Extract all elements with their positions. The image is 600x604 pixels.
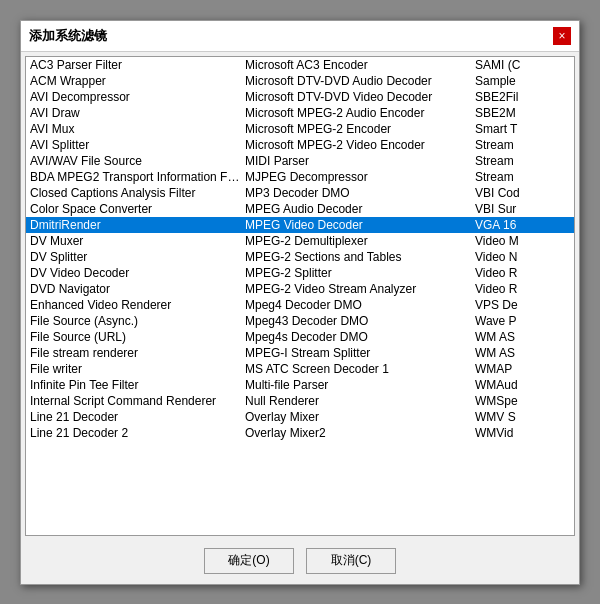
list-item[interactable]: DV Video DecoderMPEG-2 SplitterVideo R — [26, 265, 574, 281]
col1-label: Color Space Converter — [30, 202, 245, 216]
col2-label: MPEG Audio Decoder — [245, 202, 475, 216]
col2-label: MJPEG Decompressor — [245, 170, 475, 184]
col2-label: Overlay Mixer — [245, 410, 475, 424]
cancel-button[interactable]: 取消(C) — [306, 548, 396, 574]
dialog-body: AC3 Parser FilterMicrosoft AC3 EncoderSA… — [21, 52, 579, 540]
col2-label: MPEG-2 Demultiplexer — [245, 234, 475, 248]
col3-label: SBE2M — [475, 106, 570, 120]
col2-label: Microsoft MPEG-2 Encoder — [245, 122, 475, 136]
col3-label: Sample — [475, 74, 570, 88]
list-item[interactable]: File writerMS ATC Screen Decoder 1WMAP — [26, 361, 574, 377]
col1-label: AVI/WAV File Source — [30, 154, 245, 168]
col1-label: AVI Draw — [30, 106, 245, 120]
col1-label: Enhanced Video Renderer — [30, 298, 245, 312]
col3-label: Video N — [475, 250, 570, 264]
list-item[interactable]: Closed Captions Analysis FilterMP3 Decod… — [26, 185, 574, 201]
col1-label: DmitriRender — [30, 218, 245, 232]
col2-label: Multi-file Parser — [245, 378, 475, 392]
col3-label: VBI Sur — [475, 202, 570, 216]
col1-label: Line 21 Decoder 2 — [30, 426, 245, 440]
ok-button[interactable]: 确定(O) — [204, 548, 294, 574]
close-button[interactable]: × — [553, 27, 571, 45]
col3-label: WMAP — [475, 362, 570, 376]
list-item[interactable]: Color Space ConverterMPEG Audio DecoderV… — [26, 201, 574, 217]
col1-label: Infinite Pin Tee Filter — [30, 378, 245, 392]
col1-label: ACM Wrapper — [30, 74, 245, 88]
col2-label: Microsoft AC3 Encoder — [245, 58, 475, 72]
col3-label: VGA 16 — [475, 218, 570, 232]
list-item[interactable]: DmitriRenderMPEG Video DecoderVGA 16 — [26, 217, 574, 233]
dialog-title: 添加系统滤镜 — [29, 27, 107, 45]
list-item[interactable]: DV SplitterMPEG-2 Sections and TablesVid… — [26, 249, 574, 265]
col2-label: MPEG-2 Sections and Tables — [245, 250, 475, 264]
col1-label: DV Splitter — [30, 250, 245, 264]
list-item[interactable]: AC3 Parser FilterMicrosoft AC3 EncoderSA… — [26, 57, 574, 73]
col1-label: DV Muxer — [30, 234, 245, 248]
col1-label: BDA MPEG2 Transport Information Filter — [30, 170, 245, 184]
col1-label: Line 21 Decoder — [30, 410, 245, 424]
list-item[interactable]: AVI SplitterMicrosoft MPEG-2 Video Encod… — [26, 137, 574, 153]
list-item[interactable]: Line 21 DecoderOverlay MixerWMV S — [26, 409, 574, 425]
col1-label: AVI Mux — [30, 122, 245, 136]
col3-label: SBE2Fil — [475, 90, 570, 104]
col2-label: Microsoft MPEG-2 Audio Encoder — [245, 106, 475, 120]
col3-label: WMV S — [475, 410, 570, 424]
dialog-footer: 确定(O) 取消(C) — [21, 540, 579, 584]
list-item[interactable]: Enhanced Video RendererMpeg4 Decoder DMO… — [26, 297, 574, 313]
add-filter-dialog: 添加系统滤镜 × AC3 Parser FilterMicrosoft AC3 … — [20, 20, 580, 585]
col1-label: Internal Script Command Renderer — [30, 394, 245, 408]
col2-label: Mpeg4 Decoder DMO — [245, 298, 475, 312]
col2-label: MP3 Decoder DMO — [245, 186, 475, 200]
col3-label: SAMI (C — [475, 58, 570, 72]
col1-label: AVI Decompressor — [30, 90, 245, 104]
col1-label: Closed Captions Analysis Filter — [30, 186, 245, 200]
col1-label: DV Video Decoder — [30, 266, 245, 280]
col3-label: WM AS — [475, 346, 570, 360]
list-item[interactable]: DVD NavigatorMPEG-2 Video Stream Analyze… — [26, 281, 574, 297]
list-item[interactable]: File Source (Async.)Mpeg43 Decoder DMOWa… — [26, 313, 574, 329]
col2-label: Overlay Mixer2 — [245, 426, 475, 440]
list-item[interactable]: AVI DecompressorMicrosoft DTV-DVD Video … — [26, 89, 574, 105]
col1-label: AVI Splitter — [30, 138, 245, 152]
col3-label: Stream — [475, 154, 570, 168]
col3-label: Video M — [475, 234, 570, 248]
col2-label: MPEG-I Stream Splitter — [245, 346, 475, 360]
list-item[interactable]: Internal Script Command RendererNull Ren… — [26, 393, 574, 409]
col2-label: Mpeg4s Decoder DMO — [245, 330, 475, 344]
col3-label: VBI Cod — [475, 186, 570, 200]
col1-label: File Source (URL) — [30, 330, 245, 344]
col2-label: Microsoft DTV-DVD Audio Decoder — [245, 74, 475, 88]
col2-label: MIDI Parser — [245, 154, 475, 168]
col3-label: Smart T — [475, 122, 570, 136]
col3-label: Stream — [475, 170, 570, 184]
col1-label: File writer — [30, 362, 245, 376]
list-item[interactable]: File Source (URL)Mpeg4s Decoder DMOWM AS — [26, 329, 574, 345]
list-item[interactable]: AVI DrawMicrosoft MPEG-2 Audio EncoderSB… — [26, 105, 574, 121]
col2-label: Null Renderer — [245, 394, 475, 408]
filter-list[interactable]: AC3 Parser FilterMicrosoft AC3 EncoderSA… — [25, 56, 575, 536]
list-item[interactable]: AVI/WAV File SourceMIDI ParserStream — [26, 153, 574, 169]
list-item[interactable]: BDA MPEG2 Transport Information FilterMJ… — [26, 169, 574, 185]
col1-label: DVD Navigator — [30, 282, 245, 296]
list-item[interactable]: Line 21 Decoder 2Overlay Mixer2WMVid — [26, 425, 574, 441]
list-item[interactable]: DV MuxerMPEG-2 DemultiplexerVideo M — [26, 233, 574, 249]
col2-label: MS ATC Screen Decoder 1 — [245, 362, 475, 376]
col2-label: Mpeg43 Decoder DMO — [245, 314, 475, 328]
list-item[interactable]: ACM WrapperMicrosoft DTV-DVD Audio Decod… — [26, 73, 574, 89]
col2-label: MPEG Video Decoder — [245, 218, 475, 232]
col2-label: Microsoft DTV-DVD Video Decoder — [245, 90, 475, 104]
col3-label: WMAud — [475, 378, 570, 392]
col3-label: Wave P — [475, 314, 570, 328]
list-item[interactable]: File stream rendererMPEG-I Stream Splitt… — [26, 345, 574, 361]
list-item[interactable]: Infinite Pin Tee FilterMulti-file Parser… — [26, 377, 574, 393]
col1-label: File stream renderer — [30, 346, 245, 360]
list-item[interactable]: AVI MuxMicrosoft MPEG-2 EncoderSmart T — [26, 121, 574, 137]
col2-label: MPEG-2 Video Stream Analyzer — [245, 282, 475, 296]
col3-label: WMVid — [475, 426, 570, 440]
titlebar: 添加系统滤镜 × — [21, 21, 579, 52]
col3-label: VPS De — [475, 298, 570, 312]
col3-label: WMSpe — [475, 394, 570, 408]
col2-label: Microsoft MPEG-2 Video Encoder — [245, 138, 475, 152]
col3-label: Stream — [475, 138, 570, 152]
col3-label: Video R — [475, 266, 570, 280]
